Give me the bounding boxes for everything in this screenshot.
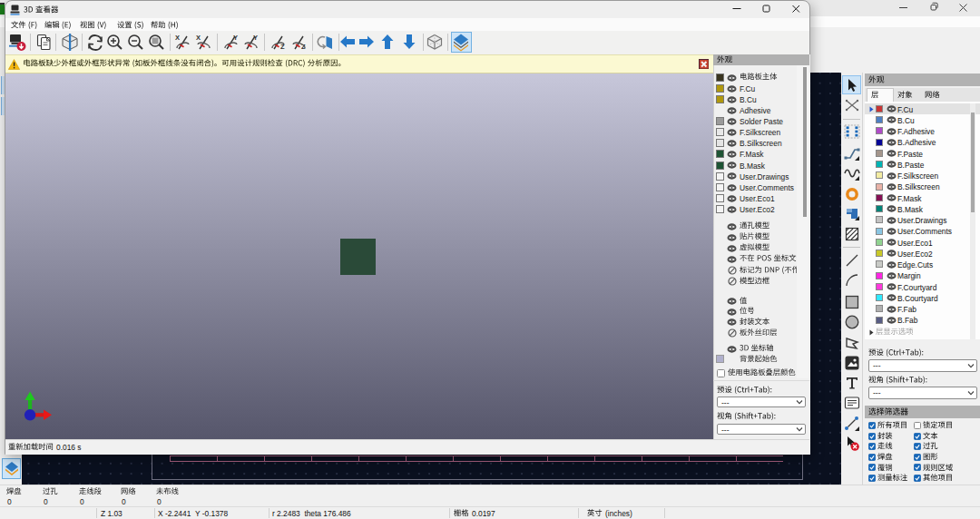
svg-text:X: X [196,34,201,42]
svg-text:X: X [175,34,180,42]
